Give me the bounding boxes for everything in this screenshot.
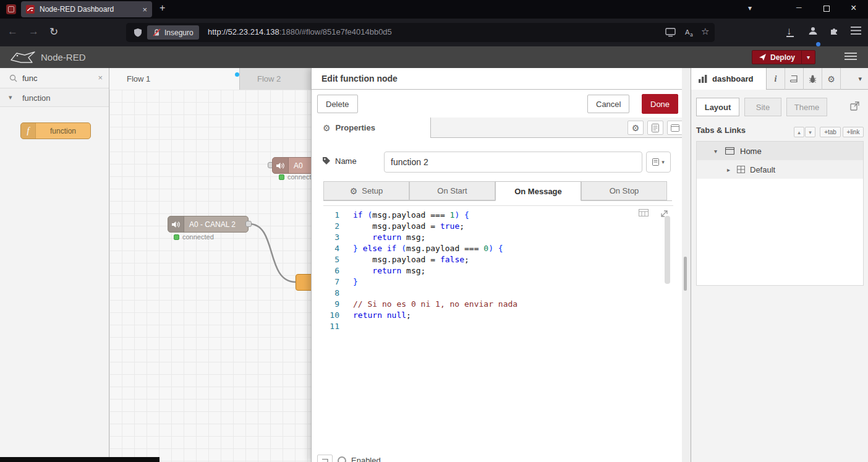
name-input[interactable]: [384, 152, 642, 173]
wire[interactable]: [249, 224, 296, 282]
tab-config[interactable]: ⚙: [822, 68, 841, 90]
node-label: A0 - CANAL 2: [184, 220, 236, 229]
cancel-button[interactable]: Cancel: [587, 95, 629, 113]
move-up-button[interactable]: ▴: [794, 127, 804, 137]
description-button[interactable]: [647, 121, 663, 135]
forward-icon[interactable]: →: [28, 25, 39, 38]
deploy-button[interactable]: Deploy ▾: [752, 50, 815, 64]
flow-node-canal2[interactable]: A0 - CANAL 2: [168, 216, 249, 233]
add-link-button[interactable]: +link: [843, 127, 864, 137]
line-number: 8: [323, 288, 347, 299]
collapse-chevron-icon[interactable]: ▾: [714, 148, 717, 155]
code-line[interactable]: 8: [323, 288, 661, 299]
flow-tab-1[interactable]: Flow 1: [109, 68, 240, 90]
code-line[interactable]: 5 msg.payload = false;: [323, 254, 661, 265]
firefox-view-icon[interactable]: [6, 4, 16, 14]
tab-list-chevron-icon[interactable]: ▾: [748, 4, 752, 12]
subtab-theme[interactable]: Theme: [786, 98, 827, 116]
open-dashboard-external-icon[interactable]: [850, 101, 859, 111]
tab-debug[interactable]: [804, 68, 822, 90]
label-style-button[interactable]: ▾: [646, 152, 671, 173]
security-chip[interactable]: Inseguro: [147, 25, 199, 40]
deploy-plane-icon: [759, 53, 767, 61]
download-icon[interactable]: ↓: [786, 25, 794, 37]
code-line[interactable]: 10return null;: [323, 310, 661, 321]
nodered-menu-icon[interactable]: [845, 53, 857, 62]
tab-on-message[interactable]: On Message: [495, 181, 581, 201]
tray-header: Edit function node: [312, 68, 682, 90]
code-line[interactable]: 11: [323, 321, 661, 332]
reload-icon[interactable]: ↻: [49, 25, 58, 38]
tab-title: Node-RED Dashboard: [40, 5, 138, 14]
sidebar-tabs-chevron-icon[interactable]: ▾: [858, 75, 862, 83]
palette-search[interactable]: func ×: [0, 68, 109, 88]
shield-icon[interactable]: [134, 28, 142, 37]
tree-item-default[interactable]: ▸ Default: [697, 160, 863, 179]
node-output-port[interactable]: [245, 221, 252, 227]
tab-label: On Stop: [610, 186, 639, 195]
download-arrow: ↓: [786, 25, 792, 37]
tab-close-icon[interactable]: ×: [142, 5, 147, 14]
code-line[interactable]: 4} else if (msg.payload === 0) {: [323, 243, 661, 254]
window-close-button[interactable]: ×: [851, 2, 856, 14]
code-text: return msg;: [353, 265, 425, 276]
window-maximize-button[interactable]: [823, 6, 830, 12]
done-button[interactable]: Done: [642, 94, 678, 114]
window-minimize-button[interactable]: ─: [796, 3, 802, 12]
tabs-links-title: Tabs & Links: [696, 126, 746, 135]
sidebar-tab-bar: dashboard i ⚙ ▾: [691, 68, 868, 90]
extensions-puzzle-icon[interactable]: [829, 25, 840, 36]
book-icon: [790, 75, 798, 83]
code-line[interactable]: 3 return msg;: [323, 232, 661, 243]
line-number: 9: [323, 299, 347, 310]
nodered-logo-icon: [9, 51, 37, 64]
tab-on-stop[interactable]: On Stop: [581, 181, 667, 200]
node-settings-button[interactable]: ⚙: [628, 121, 644, 135]
code-line[interactable]: 6 return msg;: [323, 265, 661, 276]
account-icon[interactable]: [807, 25, 819, 36]
sidebar-splitter[interactable]: [682, 68, 691, 462]
subtab-layout[interactable]: Layout: [696, 98, 739, 116]
tab-info[interactable]: i: [767, 68, 785, 90]
translate-icon[interactable]: Aa: [684, 27, 694, 37]
browser-tab[interactable]: Node-RED Dashboard ×: [21, 1, 152, 17]
code-editor[interactable]: 1if (msg.payload === 1) {2 msg.payload =…: [323, 205, 673, 448]
search-clear-icon[interactable]: ×: [98, 73, 103, 82]
move-down-button[interactable]: ▾: [805, 127, 815, 137]
tab-help[interactable]: [785, 68, 804, 90]
tab-label: Setup: [362, 186, 383, 195]
code-line[interactable]: 1if (msg.payload === 1) {: [323, 210, 661, 221]
appearance-button[interactable]: [667, 121, 683, 135]
url-text[interactable]: http://52.23.214.138:1880/#flow/851e7fe4…: [208, 27, 392, 36]
back-icon[interactable]: ←: [7, 25, 18, 38]
library-button[interactable]: [317, 455, 333, 462]
delete-button[interactable]: Delete: [317, 95, 358, 113]
gear-icon: ⚙: [632, 124, 640, 132]
tab-dashboard[interactable]: dashboard: [691, 68, 767, 90]
url-bar[interactable]: Inseguro http://52.23.214.138:1880/#flow…: [126, 23, 715, 42]
splitter-handle[interactable]: [684, 257, 687, 291]
tab-on-start[interactable]: On Start: [409, 181, 495, 200]
status-strip: [0, 457, 160, 462]
palette-category-function[interactable]: ▾ function: [0, 88, 109, 107]
monitor-icon[interactable]: [665, 27, 676, 37]
add-tab-button[interactable]: +tab: [820, 127, 841, 137]
tag-icon: [322, 156, 331, 165]
editor-scrollbar[interactable]: [665, 216, 670, 284]
expand-chevron-icon[interactable]: ▸: [727, 166, 730, 173]
tab-properties[interactable]: ⚙ Properties: [312, 118, 431, 138]
category-chevron-icon[interactable]: ▾: [9, 93, 12, 101]
deploy-caret-icon[interactable]: ▾: [801, 51, 815, 64]
subtab-site[interactable]: Site: [744, 98, 781, 116]
palette-node-function[interactable]: f function: [20, 122, 91, 139]
tree-item-home[interactable]: ▾ Home: [697, 142, 863, 160]
code-line[interactable]: 9// Si no es 0 ni 1, no enviar nada: [323, 299, 661, 310]
code-line[interactable]: 7}: [323, 276, 661, 288]
new-tab-button[interactable]: +: [160, 2, 165, 14]
menu-hamburger-icon[interactable]: [851, 27, 861, 35]
bookmark-star-icon[interactable]: ☆: [701, 26, 709, 37]
tab-setup[interactable]: ⚙ Setup: [323, 181, 409, 200]
enabled-toggle[interactable]: Enabled: [338, 456, 381, 462]
palette-search-value[interactable]: func: [22, 74, 38, 83]
code-line[interactable]: 2 msg.payload = true;: [323, 221, 661, 232]
